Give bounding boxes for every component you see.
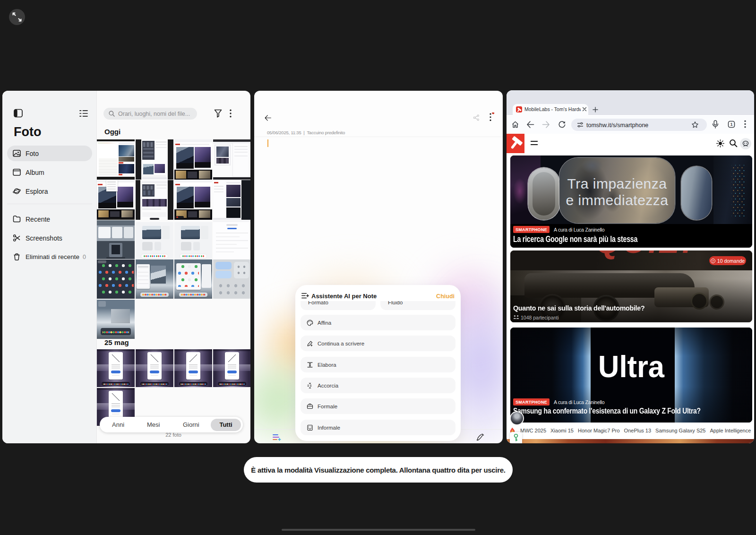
svg-text:1: 1 xyxy=(730,122,733,127)
